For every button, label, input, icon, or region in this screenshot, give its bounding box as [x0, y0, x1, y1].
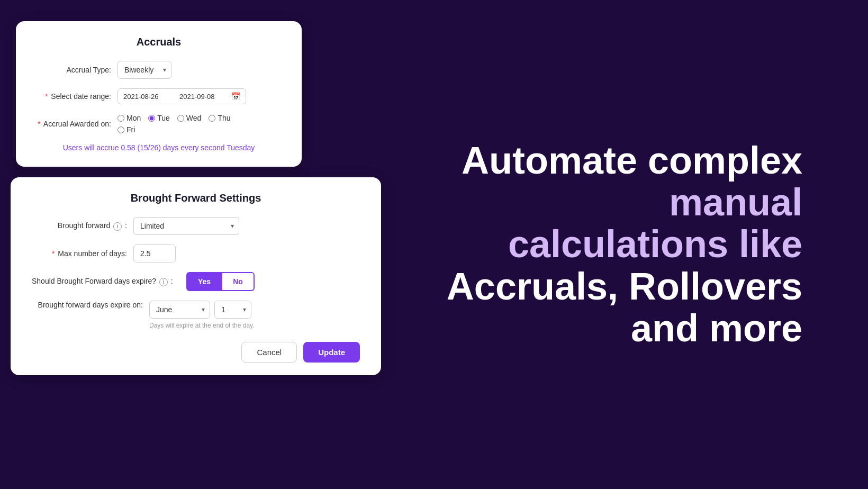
day-thu[interactable]: Thu — [209, 114, 230, 122]
hero-line5: and more — [447, 307, 802, 349]
max-days-label: * Max number of days: — [32, 249, 127, 258]
brought-forward-title: Brought Forward Settings — [32, 192, 360, 204]
hero-line4: Accruals, Rollovers — [447, 266, 802, 307]
expire-on-row: Brought forward days expire on: January … — [32, 301, 360, 329]
expire-day-wrapper[interactable]: 1 2 3 — [214, 301, 251, 319]
brought-forward-row: Brought forward i : Limited Unlimited No… — [32, 217, 360, 235]
required-indicator: * — [45, 92, 48, 101]
expire-on-label: Brought forward days expire on: — [32, 301, 143, 309]
accruals-card: Accruals Accrual Type: Biweekly Monthly … — [16, 21, 302, 167]
expire-day-select[interactable]: 1 2 3 — [214, 301, 251, 319]
date-range-label: * Select date range: — [37, 92, 111, 101]
brought-forward-select-wrapper[interactable]: Limited Unlimited None — [133, 217, 239, 235]
day-mon-label: Mon — [126, 114, 141, 122]
hero-section: Automate complex manual calculations lik… — [381, 0, 868, 489]
expire-row: Should Brought Forward days expire? i : … — [32, 272, 360, 291]
max-days-row: * Max number of days: — [32, 245, 360, 262]
required-indicator-3: * — [52, 249, 55, 258]
accrual-awarded-label: * Accrual Awarded on: — [37, 120, 111, 128]
date-end-input[interactable] — [179, 93, 227, 101]
expire-toggle-group: Yes No — [186, 272, 255, 291]
brought-forward-label: Brought forward i : — [32, 221, 127, 231]
day-fri[interactable]: Fri — [117, 125, 135, 134]
day-tue-label: Tue — [157, 114, 170, 122]
expire-label: Should Brought Forward days expire? i : — [32, 277, 180, 286]
expire-no-button[interactable]: No — [222, 272, 255, 291]
day-mon[interactable]: Mon — [117, 114, 141, 122]
expire-on-selects: January February March April May June Ju… — [149, 301, 255, 319]
required-indicator-2: * — [38, 120, 40, 128]
brought-forward-select[interactable]: Limited Unlimited None — [133, 217, 239, 235]
cancel-button[interactable]: Cancel — [241, 342, 297, 363]
max-days-input[interactable] — [133, 245, 176, 262]
expire-yes-button[interactable]: Yes — [186, 272, 222, 291]
hero-line1: Automate complex — [447, 140, 802, 182]
expire-month-select[interactable]: January February March April May June Ju… — [149, 301, 210, 319]
hero-line3: calculations like — [447, 223, 802, 265]
hero-text: Automate complex manual calculations lik… — [447, 140, 802, 349]
expire-helper-text: Days will expire at the end of the day. — [149, 322, 255, 329]
brought-forward-info-icon: i — [113, 222, 122, 231]
day-wed-label: Wed — [186, 114, 202, 122]
days-row-1: Mon Tue Wed Thu — [117, 114, 231, 122]
expire-on-inputs: January February March April May June Ju… — [149, 301, 255, 329]
action-row: Cancel Update — [32, 342, 360, 363]
accrual-type-label: Accrual Type: — [37, 66, 111, 74]
brought-forward-card: Brought Forward Settings Brought forward… — [11, 177, 381, 375]
accruals-title: Accruals — [37, 36, 281, 48]
days-row-2: Fri — [117, 125, 231, 134]
day-fri-label: Fri — [126, 125, 135, 134]
expire-info-icon: i — [159, 278, 168, 286]
accrual-awarded-row: * Accrual Awarded on: Mon Tue — [37, 114, 281, 134]
accrual-type-select[interactable]: Biweekly Monthly Weekly Annual — [117, 61, 171, 79]
date-range-input[interactable]: 📅 — [117, 88, 246, 104]
update-button[interactable]: Update — [303, 342, 360, 363]
accrual-info-text: Users will accrue 0.58 (15/26) days ever… — [37, 143, 281, 152]
day-wed[interactable]: Wed — [177, 114, 202, 122]
accrual-type-select-wrapper[interactable]: Biweekly Monthly Weekly Annual — [117, 61, 171, 79]
day-tue[interactable]: Tue — [148, 114, 170, 122]
days-group: Mon Tue Wed Thu — [117, 114, 231, 134]
date-start-input[interactable] — [123, 93, 171, 101]
calendar-icon[interactable]: 📅 — [231, 92, 240, 101]
hero-line2: manual — [447, 182, 802, 223]
date-range-row: * Select date range: 📅 — [37, 88, 281, 104]
expire-month-wrapper[interactable]: January February March April May June Ju… — [149, 301, 210, 319]
day-thu-label: Thu — [218, 114, 230, 122]
accrual-type-row: Accrual Type: Biweekly Monthly Weekly An… — [37, 61, 281, 79]
